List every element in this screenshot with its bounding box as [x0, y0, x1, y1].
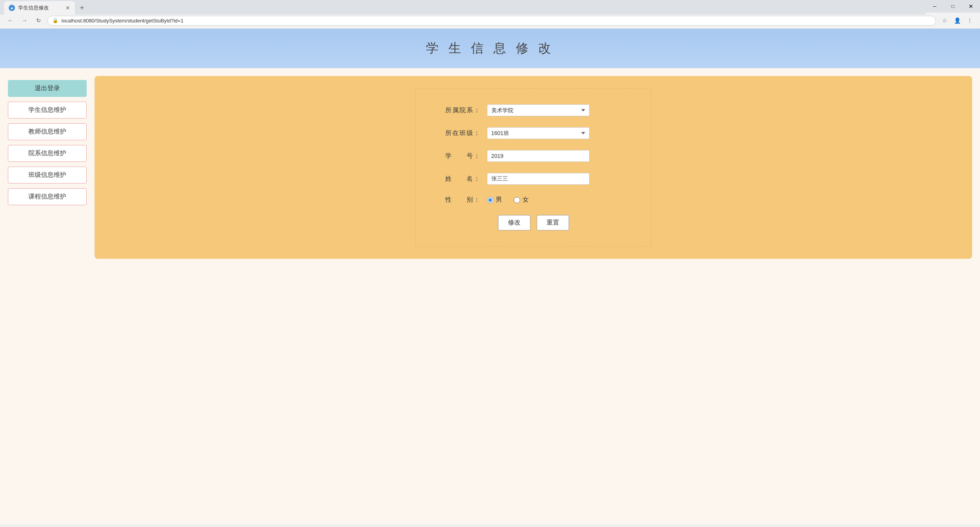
tab-title: 学生信息修改	[18, 4, 49, 11]
department-select[interactable]: 美术学院 计算机学院 工程学院	[487, 104, 589, 116]
forward-btn[interactable]: →	[19, 15, 30, 26]
name-label: 姓 名：	[440, 175, 487, 183]
browser-actions: ☆ 👤 ⋮	[939, 15, 975, 26]
department-info-btn[interactable]: 院系信息维护	[8, 145, 87, 162]
gender-label: 性 别：	[440, 196, 487, 204]
course-info-btn[interactable]: 课程信息维护	[8, 188, 87, 205]
gender-male-option[interactable]: 男	[487, 196, 502, 204]
gender-female-label: 女	[523, 196, 529, 204]
browser-chrome: ● 学生信息修改 ✕ + ─ □ ✕ ← → ↻ 🔒 localhost:808…	[0, 0, 980, 29]
menu-btn[interactable]: ⋮	[964, 15, 975, 26]
department-label: 所属院系：	[440, 106, 487, 115]
sidebar: 退出登录 学生信息维护 教师信息维护 院系信息维护 班级信息维护 课程信息维护	[8, 76, 87, 259]
back-btn[interactable]: ←	[5, 15, 16, 26]
name-input[interactable]	[487, 173, 589, 185]
class-row: 所在班级： 1601班 1602班 1603班	[440, 127, 627, 139]
page-wrapper: 学 生 信 息 修 改 退出登录 学生信息维护 教师信息维护 院系信息维护 班级…	[0, 29, 980, 524]
teacher-info-btn[interactable]: 教师信息维护	[8, 123, 87, 140]
page-title: 学 生 信 息 修 改	[0, 40, 980, 57]
gender-group: 男 女	[487, 196, 529, 204]
gender-female-option[interactable]: 女	[514, 196, 529, 204]
new-tab-btn[interactable]: +	[76, 2, 87, 13]
window-controls: ─ □ ✕	[926, 0, 980, 13]
tab-close-btn[interactable]: ✕	[65, 5, 70, 11]
gender-male-radio[interactable]	[487, 197, 493, 203]
main-content: 所属院系： 美术学院 计算机学院 工程学院 所在班级： 1601班 1602班 …	[95, 76, 972, 259]
submit-btn[interactable]: 修改	[498, 215, 530, 230]
reset-btn[interactable]: 重置	[537, 215, 569, 230]
gender-female-radio[interactable]	[514, 197, 520, 203]
gender-male-label: 男	[496, 196, 502, 204]
profile-btn[interactable]: 👤	[952, 15, 963, 26]
page-header: 学 生 信 息 修 改	[0, 29, 980, 68]
close-btn[interactable]: ✕	[962, 0, 980, 13]
form-container: 所属院系： 美术学院 计算机学院 工程学院 所在班级： 1601班 1602班 …	[415, 88, 652, 247]
class-info-btn[interactable]: 班级信息维护	[8, 167, 87, 184]
page-body: 退出登录 学生信息维护 教师信息维护 院系信息维护 班级信息维护 课程信息维护 …	[0, 68, 980, 267]
logout-btn[interactable]: 退出登录	[8, 80, 87, 97]
gender-row: 性 别： 男 女	[440, 196, 627, 204]
browser-tab[interactable]: ● 学生信息修改 ✕	[4, 1, 75, 15]
student-id-label: 学 号：	[440, 152, 487, 160]
name-row: 姓 名：	[440, 173, 627, 185]
address-bar[interactable]: 🔒 localhost:8080/StudySystem/student/get…	[47, 16, 936, 26]
class-select[interactable]: 1601班 1602班 1603班	[487, 127, 589, 139]
student-id-row: 学 号：	[440, 150, 627, 162]
url-text: localhost:8080/StudySystem/student/getSt…	[61, 18, 184, 24]
browser-top-bar: ● 学生信息修改 ✕ + ─ □ ✕	[0, 0, 980, 13]
maximize-btn[interactable]: □	[944, 0, 962, 13]
student-info-btn[interactable]: 学生信息维护	[8, 102, 87, 119]
minimize-btn[interactable]: ─	[926, 0, 944, 13]
class-label: 所在班级：	[440, 129, 487, 137]
student-id-input[interactable]	[487, 150, 589, 162]
browser-controls: ← → ↻ 🔒 localhost:8080/StudySystem/stude…	[0, 13, 980, 29]
department-row: 所属院系： 美术学院 计算机学院 工程学院	[440, 104, 627, 116]
form-actions: 修改 重置	[440, 215, 627, 230]
bookmark-btn[interactable]: ☆	[939, 15, 950, 26]
tab-favicon: ●	[9, 5, 15, 11]
refresh-btn[interactable]: ↻	[33, 15, 44, 26]
lock-icon: 🔒	[52, 18, 58, 23]
